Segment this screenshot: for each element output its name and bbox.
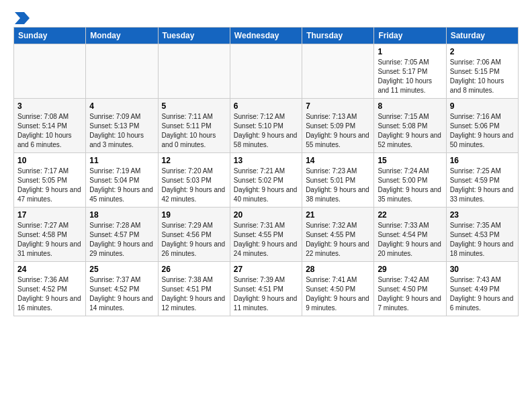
calendar-cell: 20Sunrise: 7:31 AM Sunset: 4:55 PM Dayli… xyxy=(230,208,302,262)
day-info: Sunrise: 7:32 AM Sunset: 4:55 PM Dayligh… xyxy=(306,221,370,259)
calendar-cell: 12Sunrise: 7:20 AM Sunset: 5:03 PM Dayli… xyxy=(158,153,230,208)
day-number: 25 xyxy=(89,265,154,274)
calendar-cell: 5Sunrise: 7:11 AM Sunset: 5:11 PM Daylig… xyxy=(158,99,230,153)
day-info: Sunrise: 7:19 AM Sunset: 5:04 PM Dayligh… xyxy=(89,167,154,204)
calendar-cell: 11Sunrise: 7:19 AM Sunset: 5:04 PM Dayli… xyxy=(86,153,158,208)
calendar-cell: 23Sunrise: 7:35 AM Sunset: 4:53 PM Dayli… xyxy=(446,208,518,262)
day-info: Sunrise: 7:38 AM Sunset: 4:51 PM Dayligh… xyxy=(162,275,226,313)
day-info: Sunrise: 7:20 AM Sunset: 5:03 PM Dayligh… xyxy=(162,167,226,204)
day-info: Sunrise: 7:35 AM Sunset: 4:53 PM Dayligh… xyxy=(450,221,515,259)
weekday-header: Wednesday xyxy=(230,28,302,44)
day-info: Sunrise: 7:24 AM Sunset: 5:00 PM Dayligh… xyxy=(378,167,442,204)
day-number: 20 xyxy=(234,210,298,220)
weekday-header: Friday xyxy=(374,28,446,44)
day-info: Sunrise: 7:25 AM Sunset: 4:59 PM Dayligh… xyxy=(450,167,515,204)
day-info: Sunrise: 7:21 AM Sunset: 5:02 PM Dayligh… xyxy=(234,167,298,204)
calendar-week-row: 24Sunrise: 7:36 AM Sunset: 4:52 PM Dayli… xyxy=(14,262,519,316)
day-number: 21 xyxy=(306,210,370,220)
calendar-cell: 16Sunrise: 7:25 AM Sunset: 4:59 PM Dayli… xyxy=(446,153,518,208)
calendar-header-row: SundayMondayTuesdayWednesdayThursdayFrid… xyxy=(14,28,519,44)
day-info: Sunrise: 7:42 AM Sunset: 4:50 PM Dayligh… xyxy=(378,275,442,313)
calendar-cell: 24Sunrise: 7:36 AM Sunset: 4:52 PM Dayli… xyxy=(14,262,86,316)
calendar-cell: 10Sunrise: 7:17 AM Sunset: 5:05 PM Dayli… xyxy=(14,153,86,208)
day-number: 16 xyxy=(450,156,515,165)
day-number: 7 xyxy=(306,101,370,111)
day-number: 18 xyxy=(89,210,154,220)
calendar-cell: 1Sunrise: 7:05 AM Sunset: 5:17 PM Daylig… xyxy=(374,44,446,99)
day-number: 22 xyxy=(378,210,442,220)
day-info: Sunrise: 7:11 AM Sunset: 5:11 PM Dayligh… xyxy=(162,112,226,150)
day-number: 27 xyxy=(234,265,298,274)
weekday-header: Thursday xyxy=(302,28,374,44)
calendar-cell: 15Sunrise: 7:24 AM Sunset: 5:00 PM Dayli… xyxy=(374,153,446,208)
day-info: Sunrise: 7:09 AM Sunset: 5:13 PM Dayligh… xyxy=(89,112,154,150)
weekday-header: Saturday xyxy=(446,28,518,44)
day-number: 8 xyxy=(378,101,442,111)
day-number: 5 xyxy=(162,101,226,111)
day-info: Sunrise: 7:39 AM Sunset: 4:51 PM Dayligh… xyxy=(234,275,298,313)
day-info: Sunrise: 7:27 AM Sunset: 4:58 PM Dayligh… xyxy=(17,221,82,259)
logo xyxy=(13,11,30,20)
day-number: 14 xyxy=(306,156,370,165)
calendar-week-row: 1Sunrise: 7:05 AM Sunset: 5:17 PM Daylig… xyxy=(14,44,519,99)
day-info: Sunrise: 7:15 AM Sunset: 5:08 PM Dayligh… xyxy=(378,112,442,150)
weekday-header: Sunday xyxy=(14,28,86,44)
day-info: Sunrise: 7:13 AM Sunset: 5:09 PM Dayligh… xyxy=(306,112,370,150)
calendar-cell xyxy=(158,44,230,99)
day-number: 23 xyxy=(450,210,515,220)
calendar-cell: 26Sunrise: 7:38 AM Sunset: 4:51 PM Dayli… xyxy=(158,262,230,316)
day-number: 10 xyxy=(17,156,82,165)
day-info: Sunrise: 7:29 AM Sunset: 4:56 PM Dayligh… xyxy=(162,221,226,259)
day-info: Sunrise: 7:31 AM Sunset: 4:55 PM Dayligh… xyxy=(234,221,298,259)
weekday-header: Monday xyxy=(86,28,158,44)
calendar-table: SundayMondayTuesdayWednesdayThursdayFrid… xyxy=(13,27,519,316)
day-number: 4 xyxy=(89,101,154,111)
calendar-cell: 21Sunrise: 7:32 AM Sunset: 4:55 PM Dayli… xyxy=(302,208,374,262)
day-info: Sunrise: 7:36 AM Sunset: 4:52 PM Dayligh… xyxy=(17,275,82,313)
day-info: Sunrise: 7:23 AM Sunset: 5:01 PM Dayligh… xyxy=(306,167,370,204)
calendar-week-row: 17Sunrise: 7:27 AM Sunset: 4:58 PM Dayli… xyxy=(14,208,519,262)
day-number: 24 xyxy=(17,265,82,274)
day-info: Sunrise: 7:28 AM Sunset: 4:57 PM Dayligh… xyxy=(89,221,154,259)
calendar-cell: 28Sunrise: 7:41 AM Sunset: 4:50 PM Dayli… xyxy=(302,262,374,316)
calendar-cell: 13Sunrise: 7:21 AM Sunset: 5:02 PM Dayli… xyxy=(230,153,302,208)
calendar-cell: 17Sunrise: 7:27 AM Sunset: 4:58 PM Dayli… xyxy=(14,208,86,262)
calendar-cell: 2Sunrise: 7:06 AM Sunset: 5:15 PM Daylig… xyxy=(446,44,518,99)
day-number: 15 xyxy=(378,156,442,165)
day-info: Sunrise: 7:12 AM Sunset: 5:10 PM Dayligh… xyxy=(234,112,298,150)
day-number: 6 xyxy=(234,101,298,111)
day-info: Sunrise: 7:05 AM Sunset: 5:17 PM Dayligh… xyxy=(378,58,442,95)
calendar-week-row: 3Sunrise: 7:08 AM Sunset: 5:14 PM Daylig… xyxy=(14,99,519,153)
day-number: 13 xyxy=(234,156,298,165)
day-number: 11 xyxy=(89,156,154,165)
day-number: 12 xyxy=(162,156,226,165)
day-number: 9 xyxy=(450,101,515,111)
day-number: 2 xyxy=(450,47,515,56)
day-info: Sunrise: 7:33 AM Sunset: 4:54 PM Dayligh… xyxy=(378,221,442,259)
calendar-cell xyxy=(14,44,86,99)
day-number: 3 xyxy=(17,101,82,111)
calendar-cell: 14Sunrise: 7:23 AM Sunset: 5:01 PM Dayli… xyxy=(302,153,374,208)
header xyxy=(13,11,519,20)
day-info: Sunrise: 7:08 AM Sunset: 5:14 PM Dayligh… xyxy=(17,112,82,150)
calendar-week-row: 10Sunrise: 7:17 AM Sunset: 5:05 PM Dayli… xyxy=(14,153,519,208)
day-number: 28 xyxy=(306,265,370,274)
calendar-cell: 6Sunrise: 7:12 AM Sunset: 5:10 PM Daylig… xyxy=(230,99,302,153)
calendar-cell: 22Sunrise: 7:33 AM Sunset: 4:54 PM Dayli… xyxy=(374,208,446,262)
weekday-header: Tuesday xyxy=(158,28,230,44)
day-info: Sunrise: 7:37 AM Sunset: 4:52 PM Dayligh… xyxy=(89,275,154,313)
calendar-cell xyxy=(302,44,374,99)
calendar-cell: 3Sunrise: 7:08 AM Sunset: 5:14 PM Daylig… xyxy=(14,99,86,153)
svg-marker-0 xyxy=(15,12,30,24)
page: SundayMondayTuesdayWednesdayThursdayFrid… xyxy=(0,0,532,323)
calendar-cell: 19Sunrise: 7:29 AM Sunset: 4:56 PM Dayli… xyxy=(158,208,230,262)
calendar-cell: 27Sunrise: 7:39 AM Sunset: 4:51 PM Dayli… xyxy=(230,262,302,316)
day-number: 26 xyxy=(162,265,226,274)
logo-arrow-icon xyxy=(15,12,30,24)
day-info: Sunrise: 7:41 AM Sunset: 4:50 PM Dayligh… xyxy=(306,275,370,313)
day-info: Sunrise: 7:43 AM Sunset: 4:49 PM Dayligh… xyxy=(450,275,515,313)
calendar-cell: 4Sunrise: 7:09 AM Sunset: 5:13 PM Daylig… xyxy=(86,99,158,153)
calendar-cell: 8Sunrise: 7:15 AM Sunset: 5:08 PM Daylig… xyxy=(374,99,446,153)
day-info: Sunrise: 7:06 AM Sunset: 5:15 PM Dayligh… xyxy=(450,58,515,95)
day-number: 1 xyxy=(378,47,442,56)
